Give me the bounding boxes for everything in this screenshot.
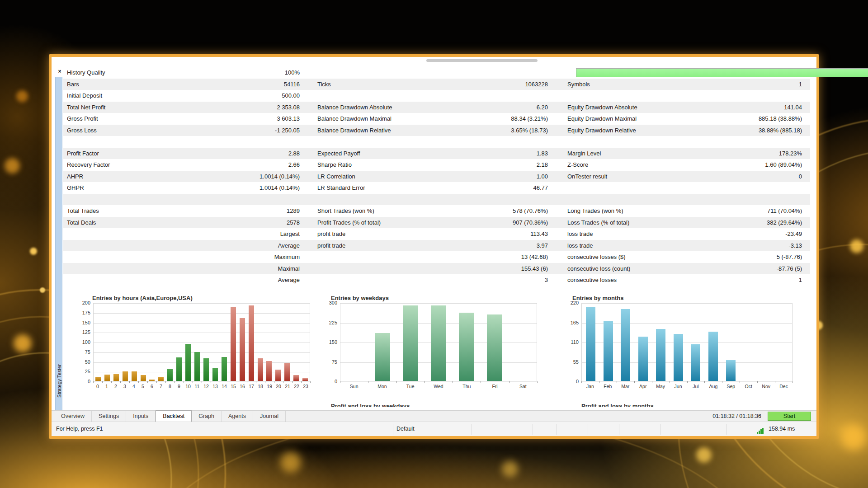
- bar: [656, 329, 665, 381]
- y-axis-tick-label: 100: [72, 339, 90, 345]
- tab-overview[interactable]: Overview: [54, 411, 92, 422]
- bar: [403, 305, 418, 381]
- plot-area: [93, 303, 310, 381]
- backtest-stats-table: History Quality 100% Bars54116Ticks10632…: [63, 67, 810, 286]
- stat-value: 178.23%: [704, 148, 802, 160]
- stat-row[interactable]: Largestprofit trade113.43loss trade-23.4…: [63, 228, 810, 240]
- stat-row[interactable]: Maximal155.43 (6)consecutive loss (count…: [63, 263, 810, 275]
- bar: [132, 371, 137, 381]
- stat-row[interactable]: GHPR1.0014 (0.14%)LR Standard Error46.77: [63, 182, 810, 194]
- y-axis-tick-label: 0: [561, 379, 579, 384]
- stat-value: 2.88: [203, 148, 300, 160]
- stat-label: [63, 274, 203, 286]
- stat-separator-row: [63, 136, 810, 148]
- stat-value: 1.60 (89.04%): [704, 159, 802, 171]
- stat-value: Average: [203, 240, 300, 252]
- x-axis-tick-label: 18: [256, 384, 265, 389]
- x-axis-tick-label: 1: [102, 384, 111, 389]
- stat-label: profit trade: [314, 240, 449, 252]
- horizontal-scrollbar-thumb[interactable]: [426, 59, 538, 62]
- stat-value: 711 (70.04%): [704, 205, 802, 217]
- stat-value: -23.49: [704, 228, 802, 240]
- stat-value: 46.77: [449, 182, 548, 194]
- stat-label: LR Standard Error: [314, 182, 449, 194]
- tab-agents[interactable]: Agents: [222, 411, 253, 422]
- stat-label: LR Correlation: [314, 171, 449, 183]
- tab-settings[interactable]: Settings: [92, 411, 126, 422]
- x-axis-tick-label: 15: [229, 384, 238, 389]
- stat-row[interactable]: Total Net Profit2 353.08Balance Drawdown…: [63, 102, 810, 113]
- stat-label: Recovery Factor: [63, 159, 203, 171]
- bar: [275, 370, 281, 381]
- x-axis-tick-label: 12: [202, 384, 211, 389]
- bar: [604, 321, 613, 381]
- stat-label: [564, 182, 704, 194]
- stat-value: 1.0014 (0.14%): [203, 171, 300, 183]
- stat-value: 155.43 (6): [449, 263, 548, 275]
- stat-label: consecutive losses: [564, 274, 704, 286]
- stat-label: Balance Drawdown Relative: [314, 125, 449, 136]
- chart-title: Entries by weekdays: [331, 295, 541, 303]
- x-axis-tick-label: Oct: [740, 384, 757, 389]
- stat-row[interactable]: Averageprofit trade3.97loss trade-3.13: [63, 240, 810, 252]
- stat-row[interactable]: Maximum13 (42.68)consecutive losses ($)5…: [63, 251, 810, 263]
- x-axis-tick-label: 22: [292, 384, 301, 389]
- stat-value: 2578: [203, 217, 300, 229]
- profile-indicator[interactable]: Default: [396, 426, 415, 432]
- partial-section-title: Profit and loss by months: [581, 403, 654, 407]
- bar: [284, 363, 290, 381]
- x-axis-tick-label: 11: [193, 384, 202, 389]
- stat-label: [314, 274, 449, 286]
- bar: [258, 358, 263, 381]
- stat-row[interactable]: Gross Profit3 603.13Balance Drawdown Max…: [63, 113, 810, 125]
- x-axis-tick-label: Jun: [670, 384, 687, 389]
- bar: [726, 360, 736, 381]
- chart-title: Entries by hours (Asia,Europe,USA): [92, 295, 314, 303]
- bar: [123, 371, 128, 381]
- x-axis-tick-label: 4: [129, 384, 138, 389]
- x-axis-tick-label: 10: [184, 384, 193, 389]
- stat-row[interactable]: Bars54116Ticks1063228Symbols1: [63, 79, 810, 90]
- stat-value: Largest: [203, 228, 300, 240]
- stat-row[interactable]: Initial Deposit500.00: [63, 90, 810, 102]
- stat-label: Symbols: [564, 79, 704, 90]
- docked-panel-edge: Strategy Tester: [55, 77, 62, 410]
- stat-row[interactable]: Profit Factor2.88Expected Payoff1.83Marg…: [63, 148, 810, 160]
- stat-value: 88.34 (3.21%): [449, 113, 548, 125]
- x-axis-tick-label: Mon: [368, 384, 396, 389]
- bar: [240, 318, 245, 381]
- stat-value: 500.00: [203, 90, 300, 102]
- x-axis-tick-label: Mar: [617, 384, 634, 389]
- stat-value: Average: [203, 274, 300, 286]
- y-axis-tick-label: 125: [72, 329, 90, 335]
- stat-row[interactable]: Total Deals2578Profit Trades (% of total…: [63, 217, 810, 229]
- bar: [104, 375, 110, 381]
- stat-value: [449, 90, 548, 102]
- tab-backtest[interactable]: Backtest: [156, 410, 192, 422]
- close-icon[interactable]: ×: [56, 68, 63, 75]
- start-button[interactable]: Start: [768, 412, 811, 421]
- stat-row[interactable]: Average3consecutive losses1: [63, 274, 810, 286]
- x-axis-tick-label: Sun: [340, 384, 368, 389]
- x-axis-tick-label: May: [652, 384, 670, 389]
- tester-tab-bar: OverviewSettingsInputsBacktestGraphAgent…: [52, 410, 816, 422]
- tab-inputs[interactable]: Inputs: [126, 411, 156, 422]
- bar: [487, 314, 502, 381]
- stat-row[interactable]: Total Trades1289Short Trades (won %)578 …: [63, 205, 810, 217]
- stat-value: 3.65% (18.73): [449, 125, 548, 136]
- tab-graph[interactable]: Graph: [192, 411, 222, 422]
- y-axis-tick-label: 50: [72, 359, 90, 365]
- stat-row[interactable]: Gross Loss-1 250.05Balance Drawdown Rela…: [63, 125, 810, 136]
- tab-journal[interactable]: Journal: [253, 411, 286, 422]
- help-hint: For Help, press F1: [56, 426, 103, 432]
- stat-row[interactable]: Recovery Factor2.66Sharpe Ratio2.18Z-Sco…: [63, 159, 810, 171]
- stat-value: 54116: [203, 79, 300, 90]
- y-axis-tick-label: 25: [72, 369, 90, 374]
- stat-row[interactable]: AHPR1.0014 (0.14%)LR Correlation1.00OnTe…: [63, 171, 810, 183]
- bar: [222, 357, 227, 381]
- stat-value: [704, 90, 802, 102]
- bar: [113, 374, 119, 381]
- bar: [212, 368, 218, 381]
- stat-value: Maximal: [203, 263, 300, 275]
- stat-row-history-quality[interactable]: History Quality 100%: [63, 67, 810, 79]
